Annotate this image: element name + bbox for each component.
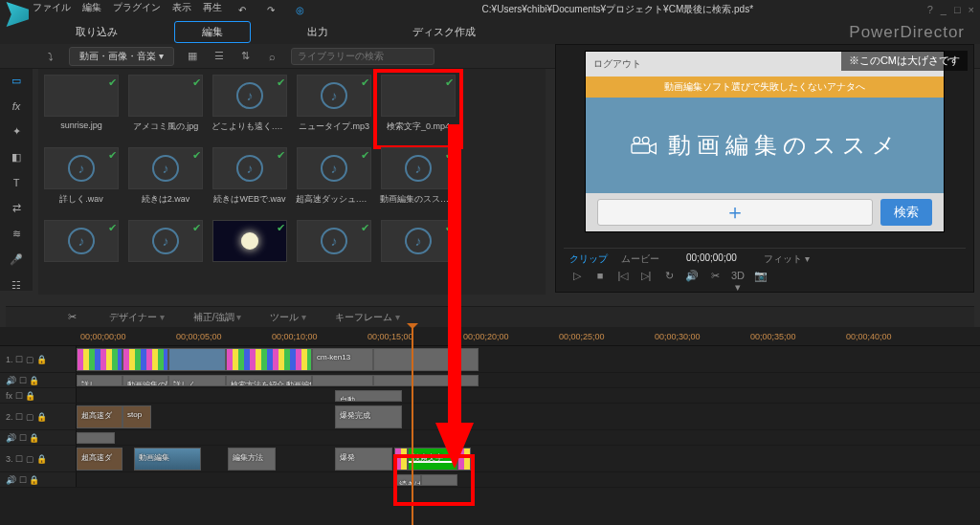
track-header[interactable]: 3. ☐ ▢ 🔒 — [0, 446, 77, 471]
timeline-clip[interactable]: stop — [122, 405, 151, 428]
scissors-icon[interactable]: ✂ — [63, 309, 80, 326]
designer-menu[interactable]: デザイナー — [109, 311, 165, 324]
timeline-clip[interactable]: 詳しく — [168, 375, 226, 386]
timeline-clip[interactable]: 自動 — [335, 390, 402, 402]
timeline-clip[interactable] — [77, 348, 122, 371]
particle-room-icon[interactable]: ✦ — [8, 125, 25, 138]
media-item[interactable]: ✔アメコミ風の.jpg — [126, 75, 205, 143]
keyframe-menu[interactable]: キーフレーム — [335, 311, 400, 324]
timeline-track[interactable]: 1. ☐ ▢ 🔒cm-ken13 — [0, 346, 980, 373]
snapshot-button[interactable]: ✂ — [707, 270, 723, 294]
media-item[interactable]: ♪✔ — [295, 220, 373, 289]
timeline-clip[interactable] — [373, 348, 479, 371]
timeline-clip[interactable]: 詳し — [77, 375, 122, 386]
tab-disc[interactable]: ディスク作成 — [385, 21, 503, 43]
media-item[interactable]: ♪✔詳しく.wav — [42, 147, 121, 216]
menu-view[interactable]: 表示 — [172, 1, 191, 18]
track-header[interactable]: fx ☐ 🔒 — [0, 388, 77, 403]
menu-edit[interactable]: 編集 — [82, 1, 101, 18]
volume-icon[interactable]: 🔊 — [684, 270, 700, 294]
track-header[interactable]: 🔊 ☐ 🔒 — [0, 373, 77, 387]
tab-edit[interactable]: 編集 — [174, 21, 251, 43]
media-filter-select[interactable]: 動画・画像・音楽 ▾ — [69, 47, 174, 66]
timeline-clip[interactable]: 超高速ダ — [77, 448, 122, 470]
media-room-icon[interactable]: ▭ — [8, 75, 25, 87]
media-item[interactable]: ♪✔ — [379, 220, 457, 289]
timeline-clip[interactable]: cm-ken13 — [312, 348, 373, 371]
track-header[interactable]: 🔊 ☐ 🔒 — [0, 430, 77, 445]
library-search-input[interactable] — [291, 48, 434, 65]
menu-file[interactable]: ファイル — [33, 1, 71, 18]
three-d-button[interactable]: 3D ▾ — [730, 270, 746, 294]
close-button[interactable]: × — [969, 4, 974, 15]
tab-capture[interactable]: 取り込み — [48, 21, 145, 43]
media-item[interactable]: ♪✔動画編集のススメ.wav — [379, 147, 457, 216]
preview-tab-movie[interactable]: ムービー — [621, 252, 659, 266]
list-icon[interactable]: ☰ — [211, 48, 228, 65]
maximize-button[interactable]: □ — [954, 4, 961, 15]
timeline-track[interactable]: 🔊 ☐ 🔒詳し動画編集の開詳しく検索方法を紹介 動画編集 — [0, 373, 980, 388]
timeline-track[interactable]: 🔊 ☐ 🔒続きは2 — [0, 472, 980, 488]
media-item[interactable]: ♪✔ニュータイプ.mp3 — [295, 75, 373, 143]
media-item[interactable]: ♪✔ — [126, 220, 205, 289]
timeline-ruler[interactable]: 00;00;00;0000;00;05;0000;00;10;0000;00;1… — [0, 327, 980, 346]
sort-icon[interactable]: ⇅ — [237, 48, 255, 65]
minimize-button[interactable]: _ — [941, 4, 947, 15]
subtitle-room-icon[interactable]: ☷ — [8, 279, 25, 292]
grid-icon[interactable]: ▦ — [184, 48, 201, 65]
media-item[interactable]: ♪✔続きは2.wav — [126, 147, 205, 216]
media-item[interactable]: ♪✔続きはWEBで.wav — [211, 147, 289, 216]
cloud-icon[interactable]: ◎ — [291, 1, 308, 18]
timeline-clip[interactable] — [226, 348, 312, 371]
media-item[interactable]: ✔ — [211, 220, 289, 289]
timeline-clip[interactable]: 動画編集の開 — [122, 375, 168, 386]
camera-button[interactable]: 📷 — [753, 270, 768, 294]
timeline-clip[interactable]: 編集方法 — [228, 448, 276, 470]
timeline-clip[interactable] — [122, 348, 168, 371]
timeline-clip[interactable]: 爆発完成 — [335, 405, 402, 428]
timeline-clip[interactable] — [373, 375, 479, 386]
transition-room-icon[interactable]: ⇄ — [8, 202, 25, 214]
help-button[interactable]: ? — [927, 4, 933, 15]
timeline-track[interactable]: 🔊 ☐ 🔒 — [0, 430, 980, 446]
timeline-track[interactable]: 3. ☐ ▢ 🔒超高速ダ動画編集編集方法爆発検索文字 — [0, 446, 980, 472]
timeline-track[interactable]: 2. ☐ ▢ 🔒超高速ダstop爆発完成 — [0, 404, 980, 430]
tab-produce[interactable]: 出力 — [279, 21, 356, 43]
menu-play[interactable]: 再生 — [203, 1, 222, 18]
timeline-clip[interactable]: 動画編集 — [134, 448, 201, 470]
timeline-clip[interactable] — [312, 375, 373, 386]
track-header[interactable]: 2. ☐ ▢ 🔒 — [0, 404, 77, 429]
audio-room-icon[interactable]: ≋ — [8, 228, 25, 240]
media-item[interactable]: ♪✔超高速ダッシュ.mp3 — [295, 147, 373, 216]
timeline-clip[interactable] — [77, 432, 115, 444]
menu-plugin[interactable]: プラグイン — [113, 1, 161, 18]
timeline[interactable]: 00;00;00;0000;00;05;0000;00;10;0000;00;1… — [0, 327, 980, 525]
media-item[interactable]: ♪✔ — [42, 220, 121, 289]
media-item[interactable]: ✔sunrise.jpg — [42, 75, 121, 143]
track-header[interactable]: 1. ☐ ▢ 🔒 — [0, 346, 77, 372]
preview-tab-clip[interactable]: クリップ — [569, 252, 608, 266]
pip-room-icon[interactable]: ◧ — [8, 151, 25, 164]
voice-room-icon[interactable]: 🎤 — [8, 253, 25, 266]
prev-frame-button[interactable]: |◁ — [615, 270, 631, 294]
stop-button[interactable]: ■ — [592, 270, 608, 294]
tools-menu[interactable]: ツール — [270, 311, 306, 324]
import-icon[interactable]: ⤵ — [42, 48, 59, 65]
undo-icon[interactable]: ↶ — [234, 1, 251, 18]
media-item[interactable]: ✔検索文字_0.mp4 — [379, 75, 457, 143]
next-frame-button[interactable]: ▷| — [638, 270, 654, 294]
play-button[interactable]: ▷ — [569, 270, 585, 294]
timeline-clip[interactable]: 検索方法を紹介 動画編集 — [226, 375, 312, 386]
filter-icon[interactable]: ⌕ — [264, 48, 281, 65]
timeline-track[interactable]: fx ☐ 🔒自動 — [0, 388, 980, 404]
timeline-clip[interactable] — [168, 348, 226, 371]
timeline-clip[interactable]: 超高速ダ — [77, 405, 122, 428]
main-menu[interactable]: ファイル 編集 プラグイン 表示 再生 ↶ ↷ ◎ — [6, 1, 308, 18]
fx-room-icon[interactable]: fx — [8, 100, 25, 112]
preview-fit-select[interactable]: フィット ▾ — [764, 252, 810, 266]
loop-button[interactable]: ↻ — [661, 270, 677, 294]
track-header[interactable]: 🔊 ☐ 🔒 — [0, 472, 77, 487]
redo-icon[interactable]: ↷ — [262, 1, 279, 18]
timeline-clip[interactable]: 爆発 — [335, 448, 392, 470]
title-room-icon[interactable]: T — [8, 177, 25, 188]
